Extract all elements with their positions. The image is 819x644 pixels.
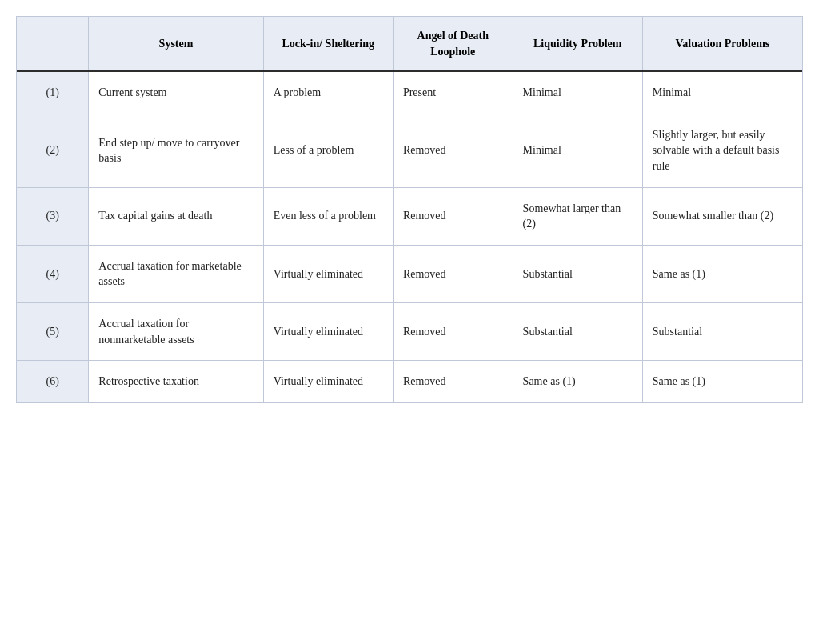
cell-valuation-3: Somewhat smaller than (2)	[642, 187, 802, 245]
cell-liquidity-6: Same as (1)	[513, 361, 642, 402]
cell-lockin-5: Virtually eliminated	[263, 302, 393, 360]
comparison-table: System Lock-in/ Sheltering Angel of Deat…	[16, 16, 803, 403]
cell-liquidity-1: Minimal	[513, 71, 642, 114]
table-row: (6)Retrospective taxationVirtually elimi…	[17, 361, 802, 402]
cell-lockin-1: A problem	[263, 71, 393, 114]
cell-valuation-1: Minimal	[642, 71, 802, 114]
cell-system-5: Accrual taxation for nonmarketable asset…	[89, 302, 263, 360]
cell-lockin-6: Virtually eliminated	[263, 361, 393, 402]
cell-angel-6: Removed	[393, 361, 513, 402]
table-row: (3)Tax capital gains at deathEven less o…	[17, 187, 802, 245]
cell-angel-2: Removed	[393, 114, 513, 187]
cell-valuation-6: Same as (1)	[642, 361, 802, 402]
cell-angel-4: Removed	[393, 245, 513, 302]
cell-lockin-3: Even less of a problem	[263, 187, 393, 245]
table-row: (1)Current systemA problemPresentMinimal…	[17, 71, 802, 114]
header-angel: Angel of Death Loophole	[393, 17, 513, 71]
cell-number-5: (5)	[17, 302, 89, 360]
cell-number-4: (4)	[17, 245, 89, 302]
cell-valuation-4: Same as (1)	[642, 245, 802, 302]
cell-system-4: Accrual taxation for marketable assets	[89, 245, 263, 302]
cell-liquidity-5: Substantial	[513, 302, 642, 360]
header-system: System	[89, 17, 263, 71]
cell-liquidity-3: Somewhat larger than (2)	[513, 187, 642, 245]
cell-number-3: (3)	[17, 187, 89, 245]
header-liquidity: Liquidity Problem	[513, 17, 642, 71]
cell-liquidity-2: Minimal	[513, 114, 642, 187]
cell-angel-1: Present	[393, 71, 513, 114]
header-lockin: Lock-in/ Sheltering	[263, 17, 393, 71]
cell-system-6: Retrospective taxation	[89, 361, 263, 402]
table-row: (2)End step up/ move to carryover basisL…	[17, 114, 802, 187]
header-number	[17, 17, 89, 71]
cell-number-2: (2)	[17, 114, 89, 187]
header-valuation: Valuation Problems	[642, 17, 802, 71]
cell-valuation-5: Substantial	[642, 302, 802, 360]
cell-system-3: Tax capital gains at death	[89, 187, 263, 245]
cell-number-6: (6)	[17, 361, 89, 402]
cell-system-1: Current system	[89, 71, 263, 114]
cell-angel-5: Removed	[393, 302, 513, 360]
table-row: (4)Accrual taxation for marketable asset…	[17, 245, 802, 302]
cell-valuation-2: Slightly larger, but easily solvable wit…	[642, 114, 802, 187]
table-row: (5)Accrual taxation for nonmarketable as…	[17, 302, 802, 360]
cell-number-1: (1)	[17, 71, 89, 114]
cell-lockin-2: Less of a problem	[263, 114, 393, 187]
cell-system-2: End step up/ move to carryover basis	[89, 114, 263, 187]
cell-angel-3: Removed	[393, 187, 513, 245]
cell-liquidity-4: Substantial	[513, 245, 642, 302]
cell-lockin-4: Virtually eliminated	[263, 245, 393, 302]
